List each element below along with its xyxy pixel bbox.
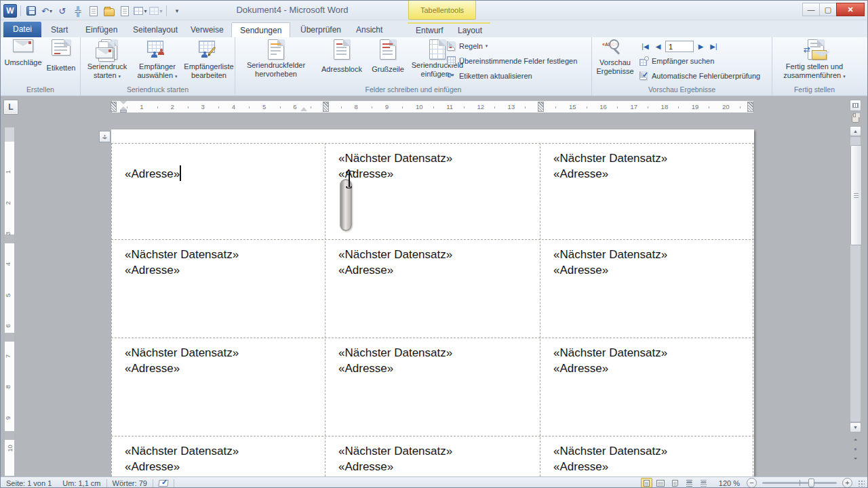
tab-start[interactable]: Start: [43, 22, 76, 37]
seriendruck-starten-button[interactable]: Seriendruck starten ▾: [84, 39, 130, 81]
table-row-marker[interactable]: [5, 333, 15, 342]
pan-hand-icon: [852, 114, 859, 123]
close-button[interactable]: ✕: [836, 3, 865, 16]
print-layout-view-button[interactable]: [641, 478, 652, 488]
zoom-slider[interactable]: [762, 482, 837, 484]
label-cell[interactable]: «Nächster Datensatz»«Adresse»: [540, 338, 754, 376]
ruler-number: 3: [4, 232, 12, 235]
ruler-number: 8: [4, 385, 12, 388]
empfaenger-auswaehlen-button[interactable]: Empfänger auswählen ▾: [133, 39, 182, 81]
zoom-slider-thumb[interactable]: [808, 479, 814, 487]
ruler-number: 5: [4, 293, 12, 296]
table-column-marker[interactable]: [747, 102, 753, 112]
label-cell[interactable]: «Nächster Datensatz»«Adresse»: [540, 239, 754, 278]
contextual-tools-tag: Tabellentools: [408, 1, 476, 20]
qat-more-icon[interactable]: ▾: [170, 4, 184, 18]
document-page[interactable]: «Adresse»«Nächster Datensatz»«Adresse»«N…: [111, 129, 754, 476]
vertical-position-indicator[interactable]: Um: 1,1 cm: [57, 479, 106, 487]
merge-field-text: «Nächster Datensatz»: [338, 345, 540, 361]
previous-record-button[interactable]: ◀: [652, 41, 664, 52]
first-record-button[interactable]: |◀: [639, 41, 651, 52]
table-move-handle-icon[interactable]: ↔↕: [99, 131, 111, 142]
tab-einfuegen[interactable]: Einfügen: [77, 22, 125, 37]
horizontal-ruler[interactable]: 1234568910111213151617181920: [111, 100, 754, 113]
fertig-stellen-button[interactable]: ⇄ Fertig stellen und zusammenführen ▾: [778, 39, 851, 81]
scroll-down-button[interactable]: ▼: [850, 422, 861, 432]
label-cell[interactable]: «Adresse»: [111, 143, 325, 182]
ruler-toggle-icon[interactable]: [850, 100, 861, 111]
web-layout-view-button[interactable]: [669, 478, 681, 488]
table-row-marker[interactable]: [5, 431, 15, 440]
label-cell[interactable]: «Nächster Datensatz»«Adresse»: [325, 338, 540, 376]
redo-icon[interactable]: ↺: [56, 4, 69, 18]
undo-icon[interactable]: ↶▾: [40, 4, 54, 18]
minimize-button[interactable]: —: [802, 3, 820, 16]
label-cell[interactable]: «Nächster Datensatz»«Adresse»: [325, 143, 540, 182]
automatische-fehlerueberpruefung-button[interactable]: ✓ Automatische Fehlerüberprüfung: [639, 71, 760, 81]
dropdown-arrow-icon: ▾: [175, 74, 178, 79]
open-folder-icon[interactable]: [102, 4, 116, 18]
record-number-input[interactable]: [665, 41, 694, 52]
adressblock-button[interactable]: Adressblock: [315, 39, 368, 74]
regeln-button[interactable]: Regeln ▾: [447, 41, 488, 51]
label-cell[interactable]: «Nächster Datensatz»«Adresse»: [325, 436, 540, 474]
indent-markers[interactable]: [120, 101, 127, 113]
tab-entwurf[interactable]: Entwurf: [408, 22, 452, 37]
zoom-in-button[interactable]: +: [842, 478, 852, 488]
tab-sendungen[interactable]: Sendungen: [231, 22, 290, 37]
next-page-button[interactable]: ⏷: [850, 454, 861, 464]
label-cell[interactable]: «Nächster Datensatz»«Adresse»: [325, 239, 540, 278]
zoom-out-button[interactable]: −: [747, 478, 757, 488]
spellcheck-status-icon[interactable]: [159, 479, 168, 487]
tab-seitenlayout[interactable]: Seitenlayout: [125, 22, 186, 37]
grusszeile-button[interactable]: Grußzeile: [368, 39, 408, 74]
scroll-up-button[interactable]: ▲: [850, 126, 861, 136]
seriendruckfelder-hervorheben-button[interactable]: Seriendruckfelderhervorheben: [238, 39, 314, 79]
draw-table-icon[interactable]: ╬: [71, 4, 85, 18]
new-document-icon[interactable]: [87, 4, 100, 18]
next-record-button[interactable]: ▶: [695, 41, 707, 52]
tab-verweise[interactable]: Verweise: [182, 22, 232, 37]
table-icon[interactable]: ▾: [149, 4, 163, 18]
vorschau-ergebnisse-button[interactable]: «ABC» VorschauErgebnisse: [595, 39, 635, 76]
empfaenger-suchen-button[interactable]: Empfänger suchen: [639, 56, 714, 66]
label-cell[interactable]: «Nächster Datensatz»«Adresse»: [111, 338, 325, 376]
label-cell[interactable]: «Nächster Datensatz»«Adresse»: [540, 143, 754, 182]
label-cell[interactable]: «Nächster Datensatz»«Adresse»: [111, 239, 325, 278]
vertical-scrollbar[interactable]: ▲ ▼ ⏶ ● ⏷: [850, 126, 861, 465]
table-column-marker[interactable]: [111, 102, 117, 112]
tab-ueberpruefen[interactable]: Überprüfen: [292, 22, 349, 37]
previous-page-button[interactable]: ⏶: [850, 435, 861, 445]
zoom-level[interactable]: 120 %: [719, 479, 740, 487]
outline-view-button[interactable]: [684, 478, 695, 488]
label-cell[interactable]: «Nächster Datensatz»«Adresse»: [111, 436, 325, 474]
save-icon[interactable]: [24, 4, 38, 18]
uebereinstimmende-felder-button[interactable]: Übereinstimmende Felder festlegen: [447, 56, 577, 66]
etiketten-button[interactable]: Etiketten: [44, 39, 78, 73]
etiketten-aktualisieren-button[interactable]: ⟳ Etiketten aktualisieren: [447, 71, 532, 81]
label-cell[interactable]: «Nächster Datensatz»«Adresse»: [540, 436, 754, 474]
maximize-button[interactable]: ▢: [819, 3, 837, 16]
scrollbar-track[interactable]: [850, 137, 861, 422]
right-indent-marker[interactable]: [300, 107, 307, 111]
vertical-ruler[interactable]: 12345678910: [4, 127, 15, 476]
table-column-marker[interactable]: [323, 102, 329, 112]
word-logo[interactable]: W: [3, 4, 17, 18]
scrollbar-thumb[interactable]: [850, 145, 862, 245]
empfaengerliste-bearbeiten-button[interactable]: Empfängerliste bearbeiten: [183, 39, 235, 80]
draft-view-button[interactable]: [698, 478, 709, 488]
table-column-marker[interactable]: [538, 102, 544, 112]
print-preview-icon[interactable]: [118, 4, 132, 18]
word-count[interactable]: Wörter: 79: [107, 479, 153, 487]
tab-datei[interactable]: Datei: [3, 22, 41, 37]
tab-layout[interactable]: Layout: [450, 22, 490, 37]
select-browse-object-button[interactable]: ●: [850, 445, 861, 455]
umschlaege-button[interactable]: Umschläge: [5, 39, 41, 67]
page-indicator[interactable]: Seite: 1 von 1: [1, 479, 57, 487]
fullscreen-reading-view-button[interactable]: [655, 478, 667, 488]
mail-merge-icon[interactable]: ▾: [134, 4, 147, 18]
tab-stop-selector[interactable]: L: [3, 100, 18, 115]
table-row-marker[interactable]: [5, 235, 15, 243]
last-record-button[interactable]: ▶|: [708, 41, 719, 52]
tab-ansicht[interactable]: Ansicht: [348, 22, 391, 37]
